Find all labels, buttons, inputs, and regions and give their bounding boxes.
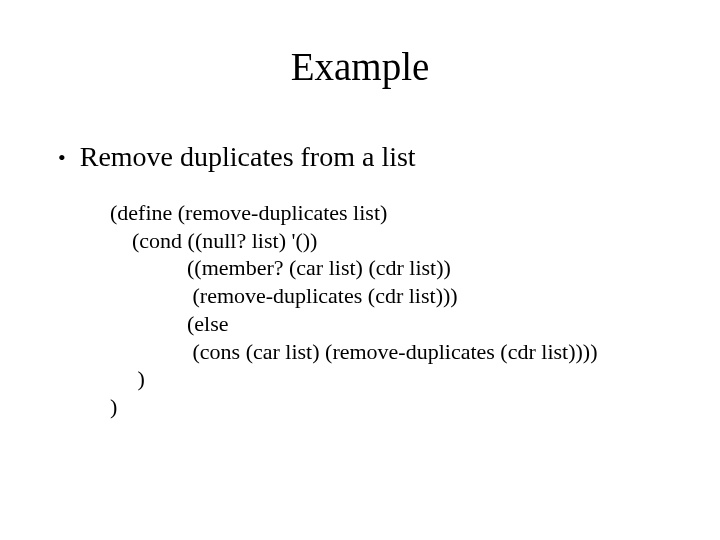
code-block: (define (remove-duplicates list) (cond (… <box>110 199 720 421</box>
bullet-item: • Remove duplicates from a list <box>58 141 720 173</box>
slide-title: Example <box>0 44 720 89</box>
bullet-text: Remove duplicates from a list <box>80 141 416 173</box>
bullet-marker: • <box>58 147 66 169</box>
